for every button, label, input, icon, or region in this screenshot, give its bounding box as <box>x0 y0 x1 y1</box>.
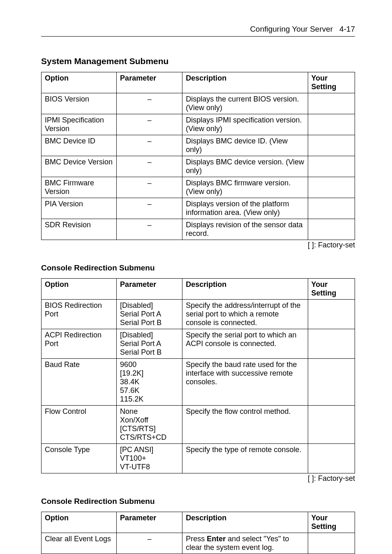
cell-option: SDR Revision <box>42 219 117 240</box>
col-setting: Your Setting <box>308 512 355 533</box>
redir2-heading: Console Redirection Submenu <box>41 497 355 506</box>
param-option: VT-UTF8 <box>120 463 179 471</box>
cell-description: Displays BMC device version. (View only) <box>182 156 308 177</box>
table-header-row: Option Parameter Description Your Settin… <box>42 72 355 93</box>
cell-option: Flow Control <box>42 406 117 444</box>
cell-parameter: – <box>117 135 182 156</box>
cell-description: Specify the baud rate used for the inter… <box>182 359 308 406</box>
param-option: [CTS/RTS] <box>120 425 179 433</box>
table-row: BIOS Redirection Port [Disabled]Serial P… <box>42 300 355 329</box>
param-option: 9600 <box>120 360 179 369</box>
cell-parameter: – <box>117 114 182 135</box>
table-header-row: Option Parameter Description Your Settin… <box>42 279 355 300</box>
param-option: – <box>120 116 179 125</box>
sysmgmt-heading: System Management Submenu <box>41 56 355 66</box>
param-option: – <box>120 221 179 229</box>
col-setting: Your Setting <box>308 279 355 300</box>
table-row: ACPI Redirection Port [Disabled]Serial P… <box>42 329 355 359</box>
cell-option: BIOS Version <box>42 93 117 114</box>
col-description: Description <box>182 72 308 93</box>
param-option: Serial Port A <box>120 310 179 319</box>
table-row: BMC Device ID – Displays BMC device ID. … <box>42 135 355 156</box>
param-option: [Disabled] <box>120 331 179 339</box>
cell-setting <box>308 300 355 329</box>
param-option: 115.2K <box>120 395 179 404</box>
table-row: BIOS Version – Displays the current BIOS… <box>42 93 355 114</box>
param-option: CTS/RTS+CD <box>120 433 179 442</box>
cell-setting <box>308 135 355 156</box>
param-option: Serial Port A <box>120 339 179 348</box>
table-row: IPMI Specification Version – Displays IP… <box>42 114 355 135</box>
cell-setting <box>308 359 355 406</box>
cell-description: Specify the address/interrupt of the ser… <box>182 300 308 329</box>
table-row: SDR Revision – Displays revision of the … <box>42 219 355 240</box>
cell-parameter: – <box>117 156 182 177</box>
param-option: 57.6K <box>120 386 179 395</box>
cell-option: BMC Firmware Version <box>42 177 117 198</box>
cell-parameter: [Disabled]Serial Port ASerial Port B <box>117 329 182 359</box>
table-row: BMC Device Version – Displays BMC device… <box>42 156 355 177</box>
redir1-heading: Console Redirection Submenu <box>41 263 355 272</box>
cell-option: BMC Device Version <box>42 156 117 177</box>
cell-setting <box>308 198 355 219</box>
cell-parameter: – <box>117 219 182 240</box>
param-option: 38.4K <box>120 378 179 386</box>
col-parameter: Parameter <box>117 72 182 93</box>
redir1-footnote: [ ]: Factory-set <box>41 474 355 483</box>
col-description: Description <box>182 512 308 533</box>
cell-option: Baud Rate <box>42 359 117 406</box>
table-row: Baud Rate 9600[19.2K]38.4K57.6K115.2K Sp… <box>42 359 355 406</box>
cell-description: Specify the serial port to which an ACPI… <box>182 329 308 359</box>
col-parameter: Parameter <box>117 512 182 533</box>
cell-description: Specify the type of remote console. <box>182 444 308 473</box>
cell-parameter: – <box>117 93 182 114</box>
cell-description: Displays IPMI specification version. (Vi… <box>182 114 308 135</box>
cell-setting <box>308 533 355 554</box>
col-option: Option <box>42 72 117 93</box>
param-option: [PC ANSI] <box>120 446 179 454</box>
cell-setting <box>308 406 355 444</box>
cell-setting <box>308 329 355 359</box>
redir1-table: Option Parameter Description Your Settin… <box>41 278 355 473</box>
cell-setting <box>308 177 355 198</box>
desc-text: Press <box>186 535 207 543</box>
param-option: Serial Port B <box>120 319 179 327</box>
cell-option: BIOS Redirection Port <box>42 300 117 329</box>
cell-description: Specify the flow control method. <box>182 406 308 444</box>
cell-description: Displays version of the platform informa… <box>182 198 308 219</box>
param-option: – <box>120 179 179 187</box>
cell-option: ACPI Redirection Port <box>42 329 117 359</box>
cell-option: Console Type <box>42 444 117 473</box>
cell-parameter: – <box>117 198 182 219</box>
header-title: Configuring Your Server <box>250 25 333 33</box>
page-header: Configuring Your Server 4-17 <box>41 25 355 37</box>
table-row: Clear all Event Logs – Press Enter and s… <box>42 533 355 554</box>
redir2-table: Option Parameter Description Your Settin… <box>41 512 355 554</box>
param-option: – <box>120 158 179 166</box>
cell-setting <box>308 219 355 240</box>
param-option: – <box>120 95 179 104</box>
table-row: PIA Version – Displays version of the pl… <box>42 198 355 219</box>
cell-parameter: [Disabled]Serial Port ASerial Port B <box>117 300 182 329</box>
cell-description: Displays BMC device ID. (View only) <box>182 135 308 156</box>
sysmgmt-table: Option Parameter Description Your Settin… <box>41 72 355 240</box>
table-row: Console Type [PC ANSI]VT100+VT-UTF8 Spec… <box>42 444 355 473</box>
cell-option: BMC Device ID <box>42 135 117 156</box>
param-option: – <box>120 200 179 208</box>
table-row: BMC Firmware Version – Displays BMC firm… <box>42 177 355 198</box>
table-header-row: Option Parameter Description Your Settin… <box>42 512 355 533</box>
cell-option: PIA Version <box>42 198 117 219</box>
cell-parameter: 9600[19.2K]38.4K57.6K115.2K <box>117 359 182 406</box>
cell-description: Displays the current BIOS version. (View… <box>182 93 308 114</box>
cell-description: Press Enter and select "Yes" to clear th… <box>182 533 308 554</box>
col-option: Option <box>42 279 117 300</box>
cell-setting <box>308 156 355 177</box>
cell-description: Displays revision of the sensor data rec… <box>182 219 308 240</box>
table-row: Flow Control NoneXon/Xoff[CTS/RTS]CTS/RT… <box>42 406 355 444</box>
param-option: [19.2K] <box>120 369 179 378</box>
param-option: Serial Port B <box>120 348 179 357</box>
cell-parameter: NoneXon/Xoff[CTS/RTS]CTS/RTS+CD <box>117 406 182 444</box>
sysmgmt-footnote: [ ]: Factory-set <box>41 241 355 249</box>
col-option: Option <box>42 512 117 533</box>
param-option: None <box>120 407 179 416</box>
